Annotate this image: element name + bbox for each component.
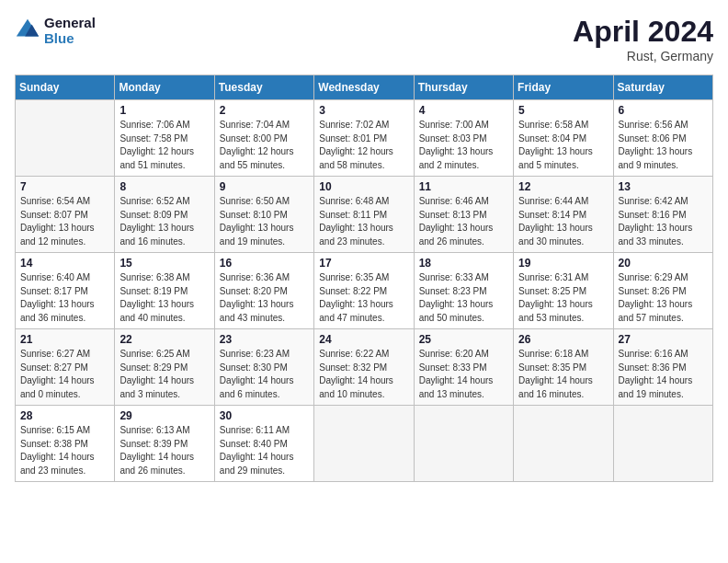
day-info: Sunrise: 6:52 AM Sunset: 8:09 PM Dayligh… (119, 195, 209, 248)
day-info: Sunrise: 6:58 AM Sunset: 8:04 PM Dayligh… (518, 119, 608, 172)
day-number: 23 (220, 333, 309, 346)
calendar-cell: 7Sunrise: 6:54 AM Sunset: 8:07 PM Daylig… (16, 177, 115, 253)
day-number: 5 (518, 104, 608, 117)
day-number: 24 (319, 333, 408, 346)
day-info: Sunrise: 6:16 AM Sunset: 8:36 PM Dayligh… (619, 348, 708, 401)
day-info: Sunrise: 6:29 AM Sunset: 8:26 PM Dayligh… (619, 271, 708, 325)
day-info: Sunrise: 6:31 AM Sunset: 8:25 PM Dayligh… (518, 271, 608, 325)
day-number: 2 (220, 104, 309, 117)
day-info: Sunrise: 6:42 AM Sunset: 8:16 PM Dayligh… (619, 195, 708, 248)
title-area: April 2024 Rust, Germany (573, 15, 713, 63)
day-number: 4 (419, 104, 508, 117)
calendar-cell: 8Sunrise: 6:52 AM Sunset: 8:09 PM Daylig… (115, 177, 214, 253)
day-number: 25 (419, 333, 508, 346)
calendar-cell: 24Sunrise: 6:22 AM Sunset: 8:32 PM Dayli… (314, 329, 414, 406)
calendar-cell: 25Sunrise: 6:20 AM Sunset: 8:33 PM Dayli… (414, 329, 513, 406)
day-number: 1 (119, 104, 209, 117)
calendar-week-row: 7Sunrise: 6:54 AM Sunset: 8:07 PM Daylig… (16, 177, 713, 253)
day-info: Sunrise: 6:33 AM Sunset: 8:23 PM Dayligh… (419, 271, 508, 325)
day-number: 21 (20, 333, 109, 346)
day-number: 18 (419, 257, 508, 270)
weekday-header: Monday (115, 75, 214, 100)
day-number: 16 (220, 257, 309, 270)
calendar-cell: 22Sunrise: 6:25 AM Sunset: 8:29 PM Dayli… (115, 329, 214, 406)
day-info: Sunrise: 6:27 AM Sunset: 8:27 PM Dayligh… (20, 348, 109, 401)
calendar-cell: 4Sunrise: 7:00 AM Sunset: 8:03 PM Daylig… (414, 100, 513, 177)
month-title: April 2024 (573, 15, 713, 49)
calendar-table: SundayMondayTuesdayWednesdayThursdayFrid… (15, 75, 713, 482)
calendar-cell: 2Sunrise: 7:04 AM Sunset: 8:00 PM Daylig… (214, 100, 313, 177)
day-number: 20 (619, 257, 708, 270)
day-info: Sunrise: 6:13 AM Sunset: 8:39 PM Dayligh… (119, 424, 209, 477)
day-number: 19 (518, 257, 608, 270)
day-info: Sunrise: 6:50 AM Sunset: 8:10 PM Dayligh… (220, 195, 309, 248)
logo-icon (15, 17, 40, 43)
day-number: 26 (518, 333, 608, 346)
calendar-cell (16, 100, 115, 177)
day-info: Sunrise: 7:06 AM Sunset: 7:58 PM Dayligh… (119, 119, 209, 172)
day-number: 10 (319, 180, 408, 193)
day-number: 29 (119, 409, 209, 422)
day-number: 28 (20, 409, 109, 422)
day-number: 30 (220, 409, 309, 422)
day-number: 8 (119, 180, 209, 193)
page-header: General Blue April 2024 Rust, Germany (15, 15, 713, 63)
calendar-cell: 13Sunrise: 6:42 AM Sunset: 8:16 PM Dayli… (613, 177, 712, 253)
weekday-header-row: SundayMondayTuesdayWednesdayThursdayFrid… (16, 75, 713, 100)
day-info: Sunrise: 7:04 AM Sunset: 8:00 PM Dayligh… (220, 119, 309, 172)
day-number: 12 (518, 180, 608, 193)
calendar-cell (514, 406, 613, 482)
day-number: 11 (419, 180, 508, 193)
weekday-header: Thursday (414, 75, 513, 100)
calendar-cell: 10Sunrise: 6:48 AM Sunset: 8:11 PM Dayli… (314, 177, 414, 253)
day-info: Sunrise: 6:36 AM Sunset: 8:20 PM Dayligh… (220, 271, 309, 325)
weekday-header: Tuesday (214, 75, 313, 100)
weekday-header: Friday (514, 75, 613, 100)
day-info: Sunrise: 6:54 AM Sunset: 8:07 PM Dayligh… (20, 195, 109, 248)
day-info: Sunrise: 6:20 AM Sunset: 8:33 PM Dayligh… (419, 348, 508, 401)
calendar-cell: 19Sunrise: 6:31 AM Sunset: 8:25 PM Dayli… (514, 253, 613, 329)
day-info: Sunrise: 6:22 AM Sunset: 8:32 PM Dayligh… (319, 348, 408, 401)
calendar-cell: 16Sunrise: 6:36 AM Sunset: 8:20 PM Dayli… (214, 253, 313, 329)
calendar-week-row: 28Sunrise: 6:15 AM Sunset: 8:38 PM Dayli… (16, 406, 713, 482)
day-info: Sunrise: 6:48 AM Sunset: 8:11 PM Dayligh… (319, 195, 408, 248)
calendar-week-row: 21Sunrise: 6:27 AM Sunset: 8:27 PM Dayli… (16, 329, 713, 406)
calendar-week-row: 1Sunrise: 7:06 AM Sunset: 7:58 PM Daylig… (16, 100, 713, 177)
calendar-cell (613, 406, 712, 482)
calendar-cell: 30Sunrise: 6:11 AM Sunset: 8:40 PM Dayli… (214, 406, 313, 482)
location: Rust, Germany (573, 49, 713, 63)
logo: General Blue (15, 15, 96, 46)
day-info: Sunrise: 6:44 AM Sunset: 8:14 PM Dayligh… (518, 195, 608, 248)
day-number: 22 (119, 333, 209, 346)
calendar-cell: 6Sunrise: 6:56 AM Sunset: 8:06 PM Daylig… (613, 100, 712, 177)
calendar-cell: 29Sunrise: 6:13 AM Sunset: 8:39 PM Dayli… (115, 406, 214, 482)
day-info: Sunrise: 6:56 AM Sunset: 8:06 PM Dayligh… (619, 119, 708, 172)
calendar-cell: 21Sunrise: 6:27 AM Sunset: 8:27 PM Dayli… (16, 329, 115, 406)
day-number: 3 (319, 104, 408, 117)
day-info: Sunrise: 6:11 AM Sunset: 8:40 PM Dayligh… (220, 424, 309, 477)
calendar-cell (414, 406, 513, 482)
calendar-cell: 23Sunrise: 6:23 AM Sunset: 8:30 PM Dayli… (214, 329, 313, 406)
calendar-cell: 1Sunrise: 7:06 AM Sunset: 7:58 PM Daylig… (115, 100, 214, 177)
weekday-header: Wednesday (314, 75, 414, 100)
calendar-cell: 27Sunrise: 6:16 AM Sunset: 8:36 PM Dayli… (613, 329, 712, 406)
weekday-header: Saturday (613, 75, 712, 100)
calendar-cell: 18Sunrise: 6:33 AM Sunset: 8:23 PM Dayli… (414, 253, 513, 329)
calendar-cell: 28Sunrise: 6:15 AM Sunset: 8:38 PM Dayli… (16, 406, 115, 482)
day-info: Sunrise: 7:00 AM Sunset: 8:03 PM Dayligh… (419, 119, 508, 172)
day-info: Sunrise: 6:40 AM Sunset: 8:17 PM Dayligh… (20, 271, 109, 325)
calendar-week-row: 14Sunrise: 6:40 AM Sunset: 8:17 PM Dayli… (16, 253, 713, 329)
calendar-cell: 17Sunrise: 6:35 AM Sunset: 8:22 PM Dayli… (314, 253, 414, 329)
calendar-cell: 15Sunrise: 6:38 AM Sunset: 8:19 PM Dayli… (115, 253, 214, 329)
day-info: Sunrise: 7:02 AM Sunset: 8:01 PM Dayligh… (319, 119, 408, 172)
day-info: Sunrise: 6:18 AM Sunset: 8:35 PM Dayligh… (518, 348, 608, 401)
calendar-cell: 12Sunrise: 6:44 AM Sunset: 8:14 PM Dayli… (514, 177, 613, 253)
day-number: 15 (119, 257, 209, 270)
day-info: Sunrise: 6:38 AM Sunset: 8:19 PM Dayligh… (119, 271, 209, 325)
calendar-cell: 11Sunrise: 6:46 AM Sunset: 8:13 PM Dayli… (414, 177, 513, 253)
day-number: 14 (20, 257, 109, 270)
logo-text: General Blue (44, 15, 96, 46)
calendar-cell: 9Sunrise: 6:50 AM Sunset: 8:10 PM Daylig… (214, 177, 313, 253)
day-number: 6 (619, 104, 708, 117)
calendar-cell: 20Sunrise: 6:29 AM Sunset: 8:26 PM Dayli… (613, 253, 712, 329)
